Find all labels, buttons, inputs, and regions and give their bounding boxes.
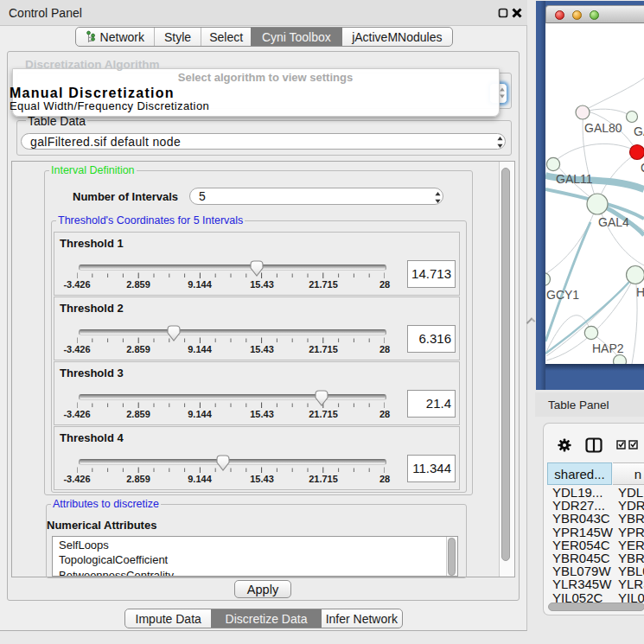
svg-text:H: H [636, 285, 644, 299]
svg-text:GAL4: GAL4 [598, 215, 629, 229]
svg-text:GAL80: GAL80 [584, 121, 622, 135]
svg-text:C: C [641, 161, 644, 175]
svg-text:GCY1: GCY1 [546, 288, 579, 302]
svg-text:HAP2: HAP2 [592, 341, 624, 355]
svg-text:GA: GA [634, 124, 644, 138]
svg-text:GAL11: GAL11 [556, 172, 593, 186]
